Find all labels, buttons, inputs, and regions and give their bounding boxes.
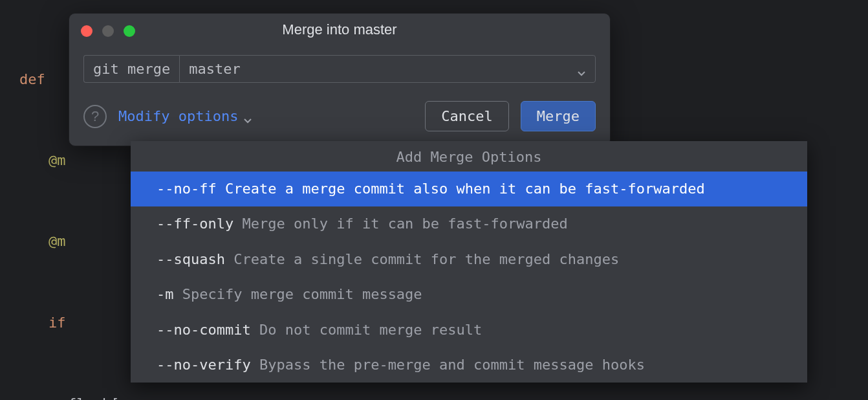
dropdown-item[interactable]: --ff-only Merge only if it can be fast-f… (131, 206, 807, 241)
dropdown-list: --no-ff Create a merge commit also when … (131, 172, 807, 383)
decorator: @m (49, 233, 66, 249)
option-description: Create a single commit for the merged ch… (225, 251, 619, 267)
dropdown-item[interactable]: --no-ff Create a merge commit also when … (131, 172, 807, 206)
modify-options-label: Modify options (118, 108, 238, 124)
option-flag: -m (157, 286, 174, 302)
option-description: Specify merge commit message (174, 286, 422, 302)
keyword-def: def (19, 71, 45, 87)
option-flag: --ff-only (157, 216, 233, 232)
dialog-titlebar[interactable]: Merge into master (69, 14, 610, 43)
decorator: @m (49, 152, 66, 168)
option-description: Do not commit merge result (251, 322, 483, 338)
chevron-down-icon (243, 112, 252, 121)
dropdown-header: Add Merge Options (131, 141, 807, 172)
cancel-button[interactable]: Cancel (425, 101, 508, 131)
option-description: Create a merge commit also when it can b… (217, 181, 705, 197)
dropdown-item[interactable]: --no-verify Bypass the pre-merge and com… (131, 348, 807, 383)
merge-options-dropdown: Add Merge Options --no-ff Create a merge… (131, 141, 807, 383)
option-description: Merge only if it can be fast-forwarded (233, 216, 568, 232)
option-description: Bypass the pre-merge and commit message … (251, 357, 645, 373)
command-input-row: git merge master (83, 55, 596, 83)
merge-button[interactable]: Merge (521, 101, 596, 131)
modify-options-link[interactable]: Modify options (118, 108, 252, 124)
option-flag: --squash (157, 251, 225, 267)
dialog-title: Merge into master (80, 21, 600, 38)
dropdown-item[interactable]: -m Specify merge commit message (131, 277, 807, 312)
window-controls (81, 25, 135, 37)
close-icon[interactable] (81, 25, 92, 37)
option-flag: --no-commit (157, 322, 251, 338)
option-flag: --no-verify (157, 357, 251, 373)
keyword-if: if (49, 315, 66, 331)
help-button[interactable]: ? (83, 105, 107, 128)
merge-dialog: Merge into master git merge master ? Mod… (69, 13, 611, 146)
branch-select[interactable]: master (179, 55, 596, 83)
code-flash: flash[ (68, 395, 119, 400)
option-flag: --no-ff (157, 181, 217, 197)
minimize-icon[interactable] (102, 25, 114, 37)
dialog-body: git merge master ? Modify options Cancel… (69, 43, 610, 146)
dropdown-item[interactable]: --squash Create a single commit for the … (131, 242, 807, 277)
chevron-down-icon (577, 65, 586, 74)
git-command-label: git merge (83, 55, 179, 83)
dropdown-item[interactable]: --no-commit Do not commit merge result (131, 313, 807, 348)
maximize-icon[interactable] (124, 25, 135, 37)
branch-value: master (189, 61, 240, 77)
dialog-controls: ? Modify options Cancel Merge (83, 101, 596, 131)
